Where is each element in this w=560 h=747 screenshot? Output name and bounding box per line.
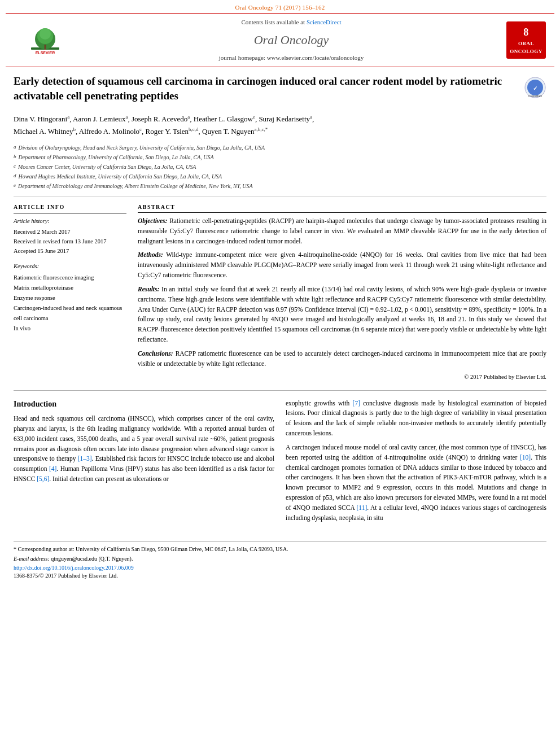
- footnote-corresponding: * Corresponding author at: University of…: [14, 545, 546, 553]
- introduction-left-para: Head and neck squamous cell carcinoma (H…: [14, 414, 274, 484]
- article-info-column: ARTICLE INFO Article history: Received 2…: [14, 203, 126, 382]
- abstract-section: ABSTRACT Objectives: Ratiometric cell-pe…: [138, 203, 546, 382]
- author-glasgow-sup: e: [253, 114, 255, 120]
- author-glasgow: Heather L. Glasgow: [194, 115, 253, 124]
- article-title: Early detection of squamous cell carcino…: [14, 74, 518, 103]
- affiliation-e: e Department of Microbiology and Immunol…: [14, 181, 546, 191]
- abstract-results: Results: In an initial study we found th…: [138, 285, 546, 345]
- author-whitney-sup: b: [73, 126, 76, 132]
- copyright-line: © 2017 Published by Elsevier Ltd.: [138, 373, 546, 382]
- doi-link[interactable]: http://dx.doi.org/10.1016/j.oraloncology…: [14, 564, 546, 572]
- keywords-box: Keywords: Ratiometric fluorescence imagi…: [14, 262, 126, 334]
- author-hingorani-sup: a: [67, 114, 69, 120]
- author-molinolo-sup: c: [139, 126, 142, 132]
- email-value: qtnguyen@ucsd.edu (Q.T. Nguyen).: [51, 556, 133, 562]
- intro-divider: [14, 390, 546, 391]
- methods-label: Methods:: [138, 251, 163, 258]
- sciencedirect-anchor[interactable]: ScienceDirect: [307, 19, 342, 25]
- affiliation-d: d Howard Hughes Medical Institute, Unive…: [14, 172, 546, 181]
- keywords-label: Keywords:: [14, 262, 126, 272]
- author-kedarisetty: Suraj Kedarisetty: [259, 115, 310, 124]
- article-body-columns: ARTICLE INFO Article history: Received 2…: [14, 203, 546, 382]
- authors-section: Dina V. Hingorania, Aaron J. Lemieuxa, J…: [14, 113, 546, 138]
- author-acevedo-sup: a: [187, 114, 190, 120]
- volume-info-text: Oral Oncology 71 (2017) 156–162: [235, 4, 325, 11]
- author-nguyen: Quyen T. Nguyen: [202, 128, 254, 136]
- introduction-right-para-2: A carcinogen induced mouse model of oral…: [286, 443, 546, 523]
- ref-link-4[interactable]: [4]: [49, 465, 56, 472]
- affiliation-c-text: Moores Cancer Center, University of Cali…: [18, 162, 196, 172]
- ref-link-11[interactable]: [11]: [356, 504, 367, 511]
- crossmark-badge: ✓ CrossMark: [524, 76, 546, 99]
- article-footer: * Corresponding author at: University of…: [14, 541, 546, 583]
- objectives-label: Objectives:: [138, 217, 167, 224]
- affiliation-a-text: Division of Otolaryngology, Head and Nec…: [19, 143, 265, 152]
- conclusions-label: Conclusions:: [138, 350, 173, 357]
- history-label: Article history:: [14, 217, 126, 226]
- author-tsien: Roger Y. Tsien: [146, 128, 189, 136]
- author-lemieux: Aaron J. Lemieux: [73, 115, 126, 124]
- article-history: Article history: Received 2 March 2017 R…: [14, 217, 126, 256]
- journal-title: Oral Oncology: [254, 32, 329, 49]
- journal-volume-info: Oral Oncology 71 (2017) 156–162: [0, 0, 560, 13]
- abstract-objectives: Objectives: Ratiometric cell-penetrating…: [138, 216, 546, 246]
- keyword-3: Enzyme response: [14, 293, 126, 303]
- affiliation-d-text: Howard Hughes Medical Institute, Univers…: [19, 172, 222, 181]
- keyword-5: In vivo: [14, 324, 126, 334]
- received-revised-date: Received in revised form 13 June 2017: [14, 237, 126, 247]
- ref-link-10[interactable]: [10]: [520, 454, 531, 461]
- journal-name-section: Contents lists available at ScienceDirec…: [85, 18, 498, 62]
- affiliation-a: a Division of Otolaryngology, Head and N…: [14, 143, 546, 152]
- abstract-header: ABSTRACT: [138, 203, 546, 213]
- keyword-4: Carcinogen-induced head and neck squamou…: [14, 303, 126, 324]
- affiliation-c: c Moores Cancer Center, University of Ca…: [14, 162, 546, 172]
- author-molinolo: Alfredo A. Molinolo: [79, 128, 139, 136]
- page-wrapper: Oral Oncology 71 (2017) 156–162 ELSEVIER…: [0, 0, 560, 583]
- svg-point-3: [40, 28, 51, 40]
- abstract-conclusions: Conclusions: RACPP ratiometric fluoresce…: [138, 349, 546, 369]
- article-info-header: ARTICLE INFO: [14, 203, 126, 213]
- article-title-section: Early detection of squamous cell carcino…: [14, 74, 546, 107]
- badge-oncology: ONCOLOGY: [510, 49, 542, 54]
- introduction-right-para-1: exophytic growths with [7] conclusive di…: [286, 399, 546, 439]
- affiliation-b-text: Department of Pharmacology, University o…: [19, 152, 214, 162]
- received-date: Received 2 March 2017: [14, 228, 126, 237]
- issn-line: 1368-8375/© 2017 Published by Elsevier L…: [14, 572, 546, 580]
- email-label: E-mail address:: [14, 556, 50, 562]
- author-lemieux-sup: a: [126, 114, 128, 120]
- affiliation-e-text: Department of Microbiology and Immunolog…: [18, 181, 253, 191]
- article-content: Early detection of squamous cell carcino…: [0, 67, 560, 534]
- author-nguyen-sup: a,b,c,*: [254, 126, 268, 132]
- results-text: In an initial study we found that at wee…: [138, 286, 546, 343]
- objectives-text: Ratiometric cell-penetrating-peptides (R…: [138, 217, 546, 244]
- crossmark-icon: ✓ CrossMark: [524, 76, 546, 99]
- sciencedirect-prefix: Contents lists available at: [241, 19, 305, 25]
- author-hingorani: Dina V. Hingorani: [14, 115, 67, 124]
- sciencedirect-link[interactable]: Contents lists available at ScienceDirec…: [241, 18, 341, 27]
- oral-oncology-badge: 8 ORAL ONCOLOGY: [506, 21, 546, 59]
- journal-homepage-line: journal homepage: www.elsevier.com/locat…: [219, 54, 364, 62]
- ref-link-5-6[interactable]: [5,6]: [37, 475, 49, 482]
- elsevier-tree-icon: ELSEVIER: [28, 25, 62, 56]
- badge-number: 8: [509, 25, 544, 40]
- methods-text: Wild-type immune-competent mice were giv…: [138, 251, 546, 278]
- ref-link-7[interactable]: [7]: [353, 400, 360, 407]
- abstract-methods: Methods: Wild-type immune-competent mice…: [138, 250, 546, 280]
- affiliations-section: a Division of Otolaryngology, Head and N…: [14, 143, 546, 197]
- results-label: Results:: [138, 286, 159, 292]
- introduction-title: Introduction: [14, 399, 274, 410]
- introduction-right: exophytic growths with [7] conclusive di…: [286, 399, 546, 527]
- svg-text:✓: ✓: [533, 85, 537, 91]
- ref-link-1-3[interactable]: [1–3]: [78, 455, 92, 462]
- author-tsien-sup: b,c,d: [189, 126, 199, 132]
- introduction-left: Introduction Head and neck squamous cell…: [14, 399, 274, 527]
- affiliation-b: b Department of Pharmacology, University…: [14, 152, 546, 162]
- svg-text:ELSEVIER: ELSEVIER: [36, 51, 55, 55]
- email-line: E-mail address: qtnguyen@ucsd.edu (Q.T. …: [14, 555, 546, 563]
- keyword-2: Matrix metalloproteinase: [14, 283, 126, 293]
- elsevier-logo: ELSEVIER: [28, 25, 62, 56]
- author-acevedo: Joseph R. Acevedo: [132, 115, 187, 124]
- journal-badge-section: 8 ORAL ONCOLOGY: [504, 18, 549, 62]
- abstract-column: ABSTRACT Objectives: Ratiometric cell-pe…: [138, 203, 546, 382]
- accepted-date: Accepted 15 June 2017: [14, 247, 126, 256]
